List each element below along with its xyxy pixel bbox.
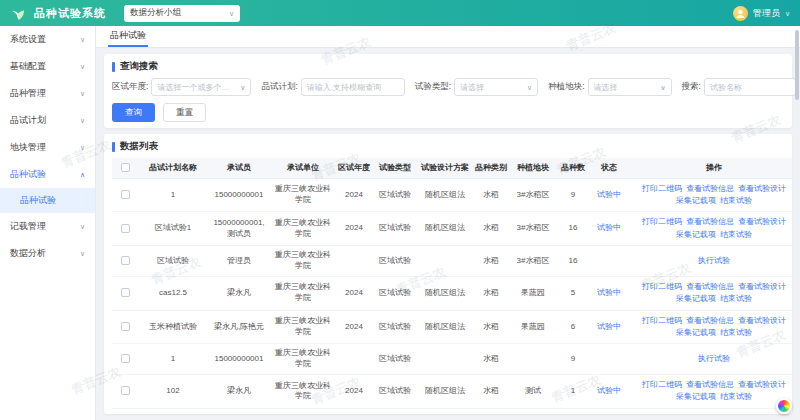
sidebar-item-6[interactable]: 记载管理∨ — [0, 213, 95, 240]
action-link[interactable]: 执行试验 — [698, 255, 730, 267]
chevron-down-icon: ∨ — [80, 250, 85, 257]
action-link[interactable]: 结束试验 — [720, 293, 752, 305]
action-link[interactable]: 结束试验 — [720, 327, 752, 339]
action-link[interactable]: 执行试验 — [698, 353, 730, 365]
cell-tester: 梁永凡 — [208, 276, 270, 310]
cell-count: 1 — [556, 374, 590, 408]
sidebar-item-label: 系统设置 — [10, 33, 46, 46]
status-badge: 试验中 — [597, 322, 621, 331]
action-link[interactable]: 查看试验设计 — [738, 216, 786, 228]
user-menu[interactable]: 管理员 ∨ — [733, 6, 790, 21]
cell-org: 重庆三峡农业科学院 — [270, 408, 336, 414]
cell-category: 水稻 — [472, 310, 510, 344]
action-link[interactable]: 查看试验设计 — [738, 315, 786, 327]
sidebar-item-5[interactable]: 品种试验∧ — [0, 161, 95, 188]
filter-label: 品试计划: — [261, 81, 297, 93]
filter-select-2[interactable]: 请选择∨ — [454, 78, 538, 96]
cell-year: 2024 — [336, 276, 372, 310]
placeholder-text: 试验名称 — [710, 82, 742, 93]
cell-tester: 管理员 — [208, 246, 270, 277]
query-button[interactable]: 查询 — [112, 103, 155, 122]
action-link[interactable]: 查看试验信息 — [686, 281, 734, 293]
action-link[interactable]: 查看试验设计 — [738, 379, 786, 391]
sidebar-item-label: 品种管理 — [10, 87, 46, 100]
action-link[interactable]: 打印二维码 — [642, 315, 682, 327]
row-checkbox-cell — [112, 276, 138, 310]
row-checkbox[interactable] — [121, 224, 130, 233]
filter-field-3: 种植地块:请选择∨ — [548, 78, 671, 96]
sidebar-item-1[interactable]: 基础配置∨ — [0, 53, 95, 80]
cell-name: 102 — [138, 374, 208, 408]
select-all-checkbox[interactable] — [121, 163, 130, 172]
action-link[interactable]: 结束试验 — [720, 229, 752, 241]
row-checkbox[interactable] — [121, 354, 130, 363]
action-link[interactable]: 查看试验信息 — [686, 315, 734, 327]
action-link[interactable]: 采集记载项 — [676, 293, 716, 305]
avatar — [733, 6, 748, 21]
tab-variety-trial[interactable]: 品种试验 — [108, 26, 148, 47]
data-list-panel: 数据列表 品试计划名称承试员承试单位区试年度试验类型试验设计方案品种类别种植地块… — [104, 134, 792, 414]
workspace-select-value: 数据分析小组 — [130, 7, 181, 19]
action-link[interactable]: 打印二维码 — [642, 379, 682, 391]
filter-select-0[interactable]: 请选择一个或多个年度∨ — [151, 78, 251, 96]
cell-org: 重庆三峡农业科学院 — [270, 374, 336, 408]
row-checkbox-cell — [112, 374, 138, 408]
action-link[interactable]: 查看试验信息 — [686, 183, 734, 195]
action-link[interactable]: 查看试验设计 — [738, 413, 786, 414]
action-link[interactable]: 结束试验 — [720, 391, 752, 403]
cell-status: 试验中 — [590, 178, 628, 212]
sidebar-item-label: 地块管理 — [10, 141, 46, 154]
action-link[interactable]: 采集记载项 — [676, 391, 716, 403]
cell-name: 1 — [138, 344, 208, 375]
action-link[interactable]: 查看试验信息 — [686, 413, 734, 414]
sidebar-item-2[interactable]: 品种管理∨ — [0, 80, 95, 107]
action-link[interactable]: 查看试验设计 — [738, 183, 786, 195]
column-header: 品试计划名称 — [138, 158, 208, 178]
placeholder-text: 请输入,支持模糊查询 — [307, 82, 381, 93]
sidebar-item-0[interactable]: 系统设置∨ — [0, 26, 95, 53]
table-row: cas12.5梁永凡重庆三峡农业科学院2024区域试验随机区组法水稻果蔬园5试验… — [112, 276, 792, 310]
row-checkbox[interactable] — [121, 190, 130, 199]
floating-action-button[interactable] — [776, 398, 792, 414]
cell-count: 6 — [556, 310, 590, 344]
action-link[interactable]: 查看试验信息 — [686, 216, 734, 228]
row-checkbox[interactable] — [121, 256, 130, 265]
row-checkbox[interactable] — [121, 322, 130, 331]
action-link[interactable]: 打印二维码 — [642, 183, 682, 195]
row-checkbox-cell — [112, 212, 138, 246]
cell-type: 区域试验 — [372, 344, 418, 375]
row-checkbox[interactable] — [121, 386, 130, 395]
chevron-down-icon: ∨ — [80, 63, 85, 70]
cell-tester: 15000000001,测试员 — [208, 212, 270, 246]
column-header: 状态 — [590, 158, 628, 178]
sidebar-subitem-品种试验[interactable]: 品种试验 — [0, 188, 95, 213]
cell-plot: 3#水稻区 — [510, 212, 556, 246]
action-link[interactable]: 采集记载项 — [676, 229, 716, 241]
filter-input-1[interactable]: 请输入,支持模糊查询 — [301, 78, 405, 96]
row-checkbox[interactable] — [121, 288, 130, 297]
filter-field-4: 搜索:试验名称 — [682, 78, 796, 96]
action-link[interactable]: 查看试验设计 — [738, 281, 786, 293]
action-link[interactable]: 采集记载项 — [676, 195, 716, 207]
action-link[interactable]: 采集记载项 — [676, 327, 716, 339]
sidebar-item-3[interactable]: 品试计划∨ — [0, 107, 95, 134]
header-checkbox-cell — [112, 158, 138, 178]
action-link[interactable]: 打印二维码 — [642, 413, 682, 414]
cell-actions: 打印二维码查看试验信息查看试验设计采集记载项结束试验 — [628, 276, 792, 310]
cell-year: 2024 — [336, 310, 372, 344]
table-row: 区域试验管理员重庆三峡农业科学院区域试验水稻3#水稻区16执行试验 — [112, 246, 792, 277]
page-scrollbar[interactable] — [795, 30, 799, 100]
reset-button[interactable]: 重置 — [163, 103, 206, 122]
filter-input-4[interactable]: 试验名称 — [704, 78, 796, 96]
workspace-select[interactable]: 数据分析小组 ∨ — [124, 5, 240, 22]
action-link[interactable]: 查看试验信息 — [686, 379, 734, 391]
filter-select-3[interactable]: 请选择∨ — [588, 78, 672, 96]
placeholder-text: 请选择 — [460, 82, 484, 93]
table-row: 重庆水稻中和不育系区域试验管理员重庆三峡农业科学院2024区域试验随机区组法水稻… — [112, 408, 792, 414]
sidebar-item-7[interactable]: 数据分析∨ — [0, 240, 95, 267]
chevron-down-icon: ∨ — [80, 117, 85, 124]
action-link[interactable]: 结束试验 — [720, 195, 752, 207]
sidebar-item-4[interactable]: 地块管理∨ — [0, 134, 95, 161]
action-link[interactable]: 打印二维码 — [642, 216, 682, 228]
action-link[interactable]: 打印二维码 — [642, 281, 682, 293]
